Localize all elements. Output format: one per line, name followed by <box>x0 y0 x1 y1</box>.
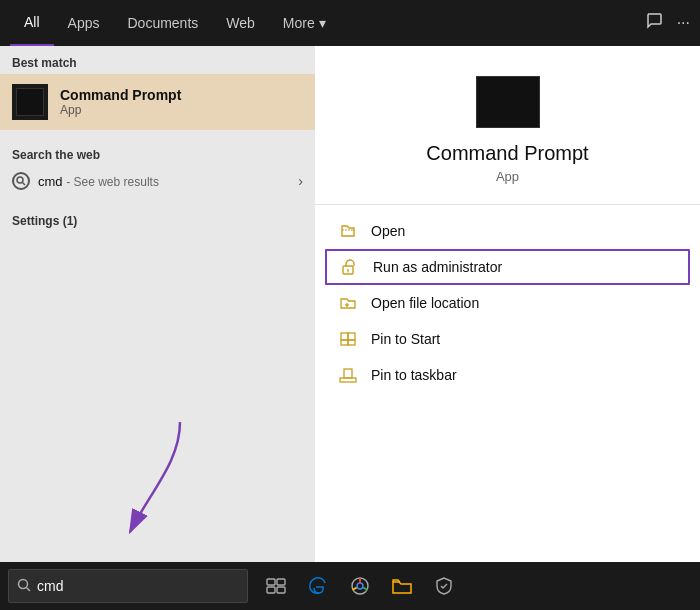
more-options-icon[interactable]: ··· <box>677 14 690 32</box>
chevron-right-icon: › <box>298 173 303 189</box>
svg-rect-18 <box>267 587 275 593</box>
see-web-results-text: - See web results <box>66 175 159 189</box>
open-icon <box>339 222 357 240</box>
left-panel: Best match Command Prompt App Search the… <box>0 46 315 562</box>
svg-rect-16 <box>267 579 275 585</box>
right-app-type: App <box>496 169 519 184</box>
search-web-label: Search the web <box>12 140 303 168</box>
arrow-annotation <box>100 412 220 542</box>
svg-rect-13 <box>344 369 352 378</box>
svg-line-23 <box>363 588 367 591</box>
file-location-icon <box>339 294 357 312</box>
best-match-label: Best match <box>0 46 315 74</box>
action-list: Open Run as administrator <box>315 205 700 401</box>
search-web-left: cmd - See web results <box>12 172 159 190</box>
right-panel: Command Prompt App Open <box>315 46 700 562</box>
search-web-section: Search the web cmd - See web results › <box>0 130 315 198</box>
right-app-icon-box <box>476 76 540 128</box>
svg-point-4 <box>347 269 349 271</box>
svg-rect-11 <box>348 340 355 345</box>
task-view-icon[interactable] <box>258 568 294 604</box>
action-open[interactable]: Open <box>315 213 700 249</box>
svg-point-21 <box>357 583 363 589</box>
settings-label: Settings (1) <box>12 206 303 232</box>
app-icon <box>12 84 48 120</box>
svg-rect-8 <box>341 333 348 340</box>
nav-documents[interactable]: Documents <box>113 0 212 46</box>
svg-rect-19 <box>277 587 285 593</box>
top-nav: All Apps Documents Web More ▾ ··· <box>0 0 700 46</box>
taskbar-search-text: cmd <box>37 578 63 594</box>
pin-taskbar-icon <box>339 366 357 384</box>
open-file-location-label: Open file location <box>371 295 479 311</box>
nav-right-icons: ··· <box>645 12 690 34</box>
file-explorer-icon[interactable] <box>384 568 420 604</box>
taskbar-search-bar[interactable]: cmd <box>8 569 248 603</box>
search-circle-icon <box>12 172 30 190</box>
run-as-admin-label: Run as administrator <box>373 259 502 275</box>
admin-icon <box>341 258 359 276</box>
action-open-file-location[interactable]: Open file location <box>315 285 700 321</box>
main-area: Best match Command Prompt App Search the… <box>0 46 700 562</box>
best-match-item[interactable]: Command Prompt App <box>0 74 315 130</box>
svg-rect-9 <box>348 333 355 340</box>
nav-apps[interactable]: Apps <box>54 0 114 46</box>
search-query-text: cmd - See web results <box>38 174 159 189</box>
best-match-text: Command Prompt App <box>60 87 181 117</box>
svg-rect-17 <box>277 579 285 585</box>
arrow-annotation-area <box>0 240 315 562</box>
svg-line-15 <box>27 587 31 591</box>
nav-web[interactable]: Web <box>212 0 269 46</box>
svg-line-24 <box>353 588 357 591</box>
taskbar-search-icon <box>17 578 31 595</box>
settings-section: Settings (1) <box>0 198 315 240</box>
best-match-app-name: Command Prompt <box>60 87 181 103</box>
svg-point-0 <box>17 177 23 183</box>
cmd-icon-inner <box>16 88 44 116</box>
pin-start-label: Pin to Start <box>371 331 440 347</box>
action-pin-taskbar[interactable]: Pin to taskbar <box>315 357 700 393</box>
svg-rect-10 <box>341 340 348 345</box>
svg-point-14 <box>19 579 28 588</box>
taskbar: cmd <box>0 562 700 610</box>
pin-start-icon <box>339 330 357 348</box>
chrome-browser-icon[interactable] <box>342 568 378 604</box>
right-app-header: Command Prompt App <box>315 46 700 205</box>
edge-browser-icon[interactable] <box>300 568 336 604</box>
pin-taskbar-label: Pin to taskbar <box>371 367 457 383</box>
nav-all[interactable]: All <box>10 0 54 46</box>
right-app-name: Command Prompt <box>426 142 588 165</box>
action-pin-start[interactable]: Pin to Start <box>315 321 700 357</box>
taskbar-icon-group <box>258 568 462 604</box>
feedback-icon[interactable] <box>645 12 663 34</box>
search-web-row[interactable]: cmd - See web results › <box>12 168 303 194</box>
security-icon[interactable] <box>426 568 462 604</box>
open-label: Open <box>371 223 405 239</box>
nav-more[interactable]: More ▾ <box>269 0 340 46</box>
svg-line-1 <box>23 183 26 186</box>
best-match-app-type: App <box>60 103 181 117</box>
action-run-as-admin[interactable]: Run as administrator <box>325 249 690 285</box>
